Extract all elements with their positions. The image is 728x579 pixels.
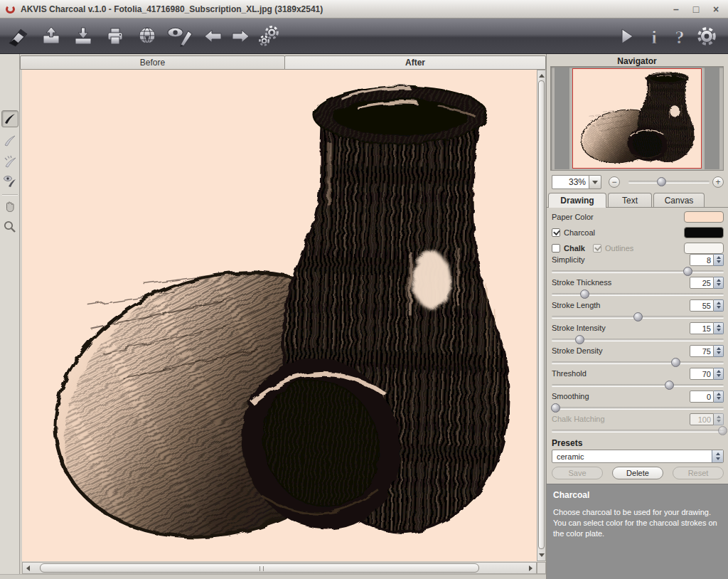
param-threshold: Threshold 70 [552, 367, 724, 390]
horizontal-scrollbar[interactable] [22, 562, 537, 574]
reset-preset-button[interactable]: Reset [673, 467, 724, 479]
charcoal-stick-icon[interactable] [3, 21, 34, 52]
svg-text:?: ? [675, 27, 685, 48]
chalk-checkbox[interactable] [552, 244, 560, 253]
navigator[interactable] [550, 66, 724, 171]
param-stroke-length: Stroke Length 55 [552, 299, 724, 322]
tool-separator [2, 194, 18, 196]
maximize-button[interactable]: □ [690, 3, 702, 16]
param-value-input[interactable]: 75 [690, 345, 714, 357]
eraser-tool[interactable] [1, 153, 18, 170]
param-spinner[interactable] [714, 277, 724, 289]
preset-spinner[interactable] [712, 450, 723, 462]
zoom-value-field[interactable]: 33% [552, 175, 589, 189]
paper-color-swatch[interactable] [684, 211, 724, 223]
minimize-button[interactable]: – [670, 3, 682, 16]
param-slider[interactable] [552, 403, 724, 413]
zoom-in-button[interactable]: + [712, 176, 724, 188]
scrollbar-corner [537, 562, 546, 574]
zoom-slider-thumb[interactable] [657, 177, 666, 186]
tab-after[interactable]: After [284, 55, 546, 70]
tab-before[interactable]: Before [20, 55, 285, 70]
close-button[interactable]: × [710, 3, 722, 16]
open-file-icon[interactable] [36, 21, 67, 52]
preset-selected-value: ceramic [552, 452, 584, 461]
param-slider[interactable] [552, 267, 724, 276]
param-spinner[interactable] [714, 254, 724, 266]
outlines-label: Outlines [605, 244, 633, 253]
zoom-tool[interactable] [1, 218, 18, 235]
scroll-left-arrow[interactable] [26, 565, 30, 571]
vscroll-thumb[interactable] [538, 80, 545, 549]
param-slider[interactable] [552, 290, 724, 299]
redo-arrow-right-icon[interactable] [225, 21, 256, 52]
param-slider[interactable] [552, 335, 724, 344]
param-slider[interactable] [552, 358, 724, 367]
chalk-tool[interactable] [1, 132, 18, 149]
param-value-input[interactable]: 70 [690, 368, 714, 380]
zoom-slider[interactable] [628, 177, 710, 186]
charcoal-checkbox[interactable] [552, 228, 560, 237]
window-title: AKVIS Charcoal v.1.0 - Fotolia_41716980_… [21, 4, 323, 14]
tab-text[interactable]: Text [608, 193, 652, 207]
param-stroke-thickness: Stroke Thickness 25 [552, 276, 724, 299]
param-value-input: 100 [690, 413, 714, 425]
tool-strip [0, 54, 20, 579]
param-spinner[interactable] [714, 322, 724, 334]
image-canvas[interactable] [22, 70, 537, 561]
preset-combobox[interactable]: ceramic [552, 450, 724, 463]
param-value-input[interactable]: 25 [690, 277, 714, 289]
param-slider[interactable] [552, 381, 724, 390]
param-spinner[interactable] [714, 299, 724, 312]
param-simplicity: Simplicity 8 [552, 253, 724, 276]
charcoal-color-swatch[interactable] [684, 227, 724, 238]
tab-drawing[interactable]: Drawing [548, 193, 606, 208]
presets-title: Presets [552, 438, 582, 448]
navigator-right-bar [705, 68, 719, 169]
param-spinner[interactable] [714, 391, 724, 403]
param-stroke-intensity: Stroke Intensity 15 [552, 322, 724, 344]
paper-color-label: Paper Color [552, 213, 594, 221]
param-value-input[interactable]: 0 [690, 391, 714, 403]
hscroll-thumb[interactable] [40, 563, 479, 573]
chalk-color-swatch[interactable] [684, 243, 724, 254]
outlines-checkbox[interactable] [593, 244, 601, 253]
param-spinner[interactable] [714, 368, 724, 380]
save-file-icon[interactable] [68, 21, 99, 52]
navigator-title: Navigator [546, 56, 728, 66]
param-slider[interactable] [552, 312, 724, 322]
charcoal-tool[interactable] [1, 110, 18, 127]
param-value-input[interactable]: 8 [690, 254, 714, 266]
publish-globe-icon[interactable] [132, 21, 163, 52]
hint-body: Choose charcoal to be used for your draw… [553, 507, 722, 539]
navigator-thumbnail[interactable] [572, 68, 702, 169]
hint-title: Charcoal [553, 490, 722, 500]
param-chalk-hatching: Chalk Hatching 100 [552, 413, 724, 435]
param-spinner[interactable] [714, 345, 724, 357]
zoom-dropdown-button[interactable] [589, 175, 601, 189]
history-brush-tool[interactable] [1, 173, 18, 190]
title-bar: AKVIS Charcoal v.1.0 - Fotolia_41716980_… [0, 0, 728, 18]
batch-gears-icon[interactable] [253, 21, 284, 52]
save-preset-button[interactable]: Save [552, 467, 603, 479]
scroll-right-arrow[interactable] [529, 565, 532, 571]
app-logo-icon [6, 5, 15, 14]
charcoal-label: Charcoal [564, 228, 595, 237]
delete-preset-button[interactable]: Delete [612, 467, 663, 479]
tab-canvas[interactable]: Canvas [653, 193, 705, 207]
main-toolbar: i ? [0, 18, 728, 54]
preferences-gear-icon[interactable] [691, 21, 722, 52]
scroll-down-arrow[interactable] [539, 553, 545, 557]
quick-preview-eye-pencil-icon[interactable] [162, 21, 198, 52]
param-value-input[interactable]: 55 [690, 299, 714, 312]
run-play-icon[interactable] [610, 21, 641, 52]
zoom-out-button[interactable]: − [609, 176, 620, 188]
param-value-input[interactable]: 15 [690, 322, 714, 334]
print-icon[interactable] [100, 21, 131, 52]
vertical-scrollbar[interactable] [537, 70, 546, 561]
param-stroke-density: Stroke Density 75 [552, 344, 724, 367]
chevron-down-icon [592, 181, 598, 184]
scroll-up-arrow[interactable] [539, 74, 545, 78]
charcoal-drawing [22, 70, 537, 561]
hand-tool[interactable] [1, 198, 18, 215]
